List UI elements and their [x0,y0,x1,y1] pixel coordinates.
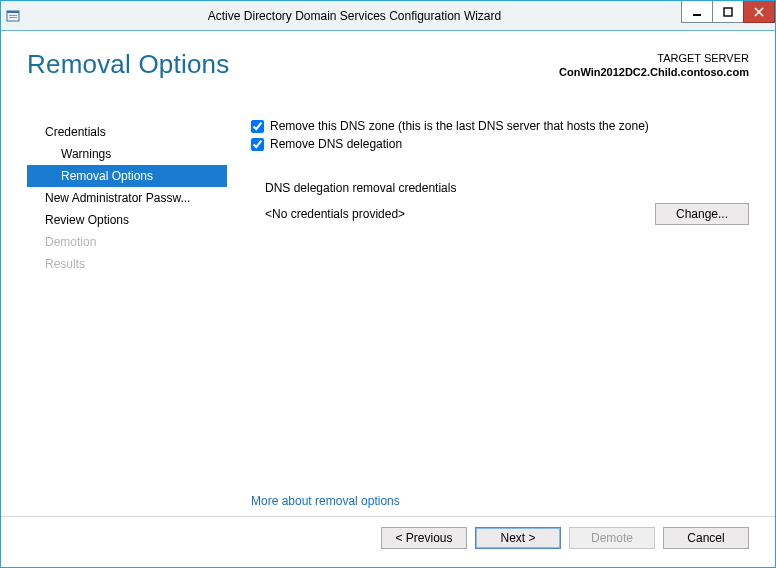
remove-dns-zone-label: Remove this DNS zone (this is the last D… [270,119,649,133]
nav-item-demotion: Demotion [27,231,227,253]
minimize-button[interactable] [681,1,713,23]
target-server-value: ConWin2012DC2.Child.contoso.com [559,65,749,79]
change-credentials-button[interactable]: Change... [655,203,749,225]
page-title: Removal Options [27,49,229,80]
demote-button: Demote [569,527,655,549]
nav-item-new-admin-password[interactable]: New Administrator Passw... [27,187,227,209]
nav-item-warnings[interactable]: Warnings [27,143,227,165]
remove-dns-delegation-label: Remove DNS delegation [270,137,402,151]
close-button[interactable] [743,1,775,23]
next-button[interactable]: Next > [475,527,561,549]
svg-rect-2 [9,15,17,16]
remove-dns-zone-row[interactable]: Remove this DNS zone (this is the last D… [251,119,749,133]
nav-item-results: Results [27,253,227,275]
nav-item-credentials[interactable]: Credentials [27,121,227,143]
nav-item-removal-options[interactable]: Removal Options [27,165,227,187]
credentials-value: <No credentials provided> [265,207,645,221]
options-panel: Remove this DNS zone (this is the last D… [227,107,749,516]
previous-button[interactable]: < Previous [381,527,467,549]
system-menu-icon[interactable] [1,1,27,30]
svg-rect-4 [693,14,701,16]
svg-rect-5 [724,8,732,16]
footer-separator [1,516,775,517]
credentials-section-label: DNS delegation removal credentials [265,181,749,195]
maximize-button[interactable] [712,1,744,23]
window-title: Active Directory Domain Services Configu… [27,1,682,30]
remove-dns-delegation-row[interactable]: Remove DNS delegation [251,137,749,151]
svg-rect-3 [9,17,17,18]
svg-rect-1 [7,11,19,13]
remove-dns-zone-checkbox[interactable] [251,120,264,133]
target-server-label: TARGET SERVER [559,51,749,65]
wizard-nav: Credentials Warnings Removal Options New… [27,107,227,516]
window-controls [682,1,775,23]
target-server-block: TARGET SERVER ConWin2012DC2.Child.contos… [559,47,749,79]
wizard-footer: < Previous Next > Demote Cancel [27,527,749,557]
cancel-button[interactable]: Cancel [663,527,749,549]
remove-dns-delegation-checkbox[interactable] [251,138,264,151]
nav-item-review-options[interactable]: Review Options [27,209,227,231]
title-bar: Active Directory Domain Services Configu… [1,1,775,31]
more-about-removal-link[interactable]: More about removal options [251,494,749,508]
